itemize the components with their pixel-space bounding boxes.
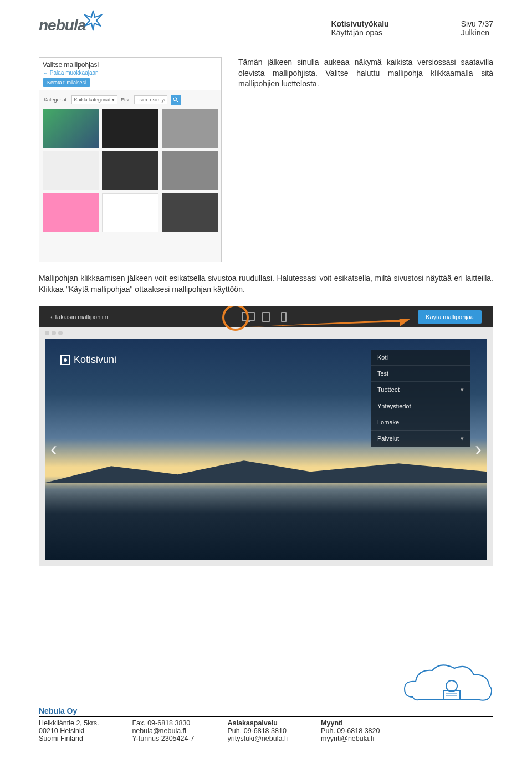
cloud-doodle-icon <box>402 658 496 708</box>
category-label: Kategoriat: <box>44 97 68 103</box>
doc-title: Kotisivutyökalu <box>331 19 388 28</box>
doc-subtitle: Käyttäjän opas <box>331 28 388 37</box>
menu-item[interactable]: Lomake <box>371 414 470 431</box>
content: Valitse mallipohjasi ← Palaa muokkaajaan… <box>0 43 532 572</box>
template-thumb[interactable] <box>43 109 99 148</box>
page-header: nebula Kotisivutyökalu Käyttäjän opas Si… <box>0 0 532 43</box>
footer-contact: Fax. 09-6818 3830 nebula@nebula.fi Y-tun… <box>132 719 194 742</box>
template-thumb[interactable] <box>162 151 218 190</box>
collect-team-button[interactable]: Kerätä tiimiläisesi <box>43 78 90 87</box>
footer-support: Asiakaspalvelu Puh. 09-6818 3810 yrityst… <box>228 719 288 742</box>
star-icon <box>82 9 104 32</box>
preview-viewport: Kotisivuni KotiTestTuotteet▾Yhteystiedot… <box>45 339 487 560</box>
svg-line-1 <box>176 101 178 103</box>
logo: nebula <box>39 14 104 37</box>
screenshot-template-gallery: Valitse mallipohjasi ← Palaa muokkaajaan… <box>39 57 222 262</box>
footer-address: Heikkiläntie 2, 5krs. 00210 Helsinki Suo… <box>39 719 99 742</box>
menu-item[interactable]: Koti <box>371 350 470 366</box>
visibility: Julkinen <box>461 28 493 37</box>
search-icon[interactable] <box>171 95 181 105</box>
paragraph-2: Mallipohjan klikkaamisen jälkeen voit es… <box>39 273 493 295</box>
svg-point-0 <box>173 98 177 101</box>
site-logo: Kotisivuni <box>60 354 116 366</box>
template-thumb[interactable] <box>43 193 99 232</box>
header-meta: Kotisivutyökalu Käyttäjän opas Sivu 7/37… <box>331 14 493 37</box>
arrow-icon <box>247 319 411 335</box>
paragraph-1: Tämän jälkeen sinulla aukeaa näkymä kaik… <box>238 57 493 262</box>
prev-icon[interactable]: ‹ <box>50 438 57 461</box>
menu-item[interactable]: Yhteystiedot <box>371 398 470 414</box>
menu-item[interactable]: Palvelut▾ <box>371 431 470 447</box>
site-menu: KotiTestTuotteet▾YhteystiedotLomakePalve… <box>371 350 470 447</box>
screenshot-template-preview: ‹ Takaisin mallipohjiin Käytä mallipohja… <box>39 306 493 566</box>
category-select[interactable]: Kaikki kategoriat ▾ <box>71 95 118 104</box>
back-to-editor-link[interactable]: ← Palaa muokkaajaan <box>43 70 218 76</box>
template-thumb[interactable] <box>102 109 158 148</box>
gallery-title: Valitse mallipohjasi <box>43 61 218 69</box>
footer-sales: Myynti Puh. 09-6818 3820 myynti@nebula.f… <box>321 719 380 742</box>
template-thumb[interactable] <box>162 193 218 232</box>
search-input[interactable] <box>134 95 167 104</box>
page-footer: Nebula Oy Heikkiläntie 2, 5krs. 00210 He… <box>0 706 532 758</box>
menu-item[interactable]: Test <box>371 366 470 382</box>
menu-item[interactable]: Tuotteet▾ <box>371 382 470 398</box>
use-template-button[interactable]: Käytä mallipohjaa <box>418 310 482 324</box>
template-thumb[interactable] <box>102 151 158 190</box>
svg-point-7 <box>64 358 67 362</box>
template-thumb[interactable] <box>43 151 99 190</box>
next-icon[interactable]: › <box>475 438 482 461</box>
page-number: Sivu 7/37 <box>461 19 493 28</box>
logo-text: nebula <box>39 17 85 34</box>
filter-label: Etsi: <box>121 97 131 103</box>
template-thumb[interactable] <box>102 193 158 232</box>
back-to-templates-link[interactable]: ‹ Takaisin mallipohjiin <box>50 314 108 320</box>
template-thumb[interactable] <box>162 109 218 148</box>
